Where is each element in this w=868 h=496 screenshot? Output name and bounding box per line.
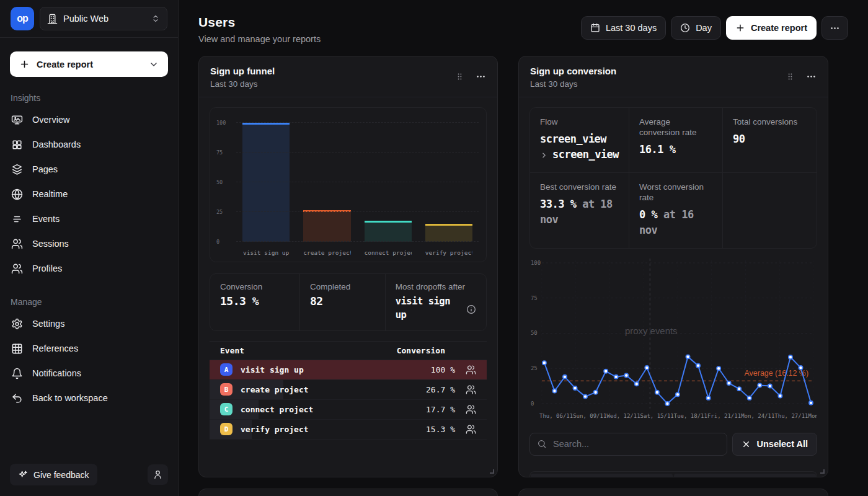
y-axis-tick: 25 bbox=[216, 209, 232, 215]
x-axis-tick: Thu, 06/11 bbox=[539, 413, 573, 419]
data-point[interactable] bbox=[676, 392, 680, 396]
data-point[interactable] bbox=[737, 387, 741, 391]
create-report-button-sidebar[interactable]: Create report bbox=[10, 51, 168, 77]
workspace-selector[interactable]: Public Web bbox=[40, 7, 167, 30]
data-point[interactable] bbox=[665, 402, 669, 405]
funnel-card-body: 0255075100 visit sign upcreate projectco… bbox=[199, 97, 497, 477]
event-conversion-value: 26.7 % bbox=[426, 385, 455, 394]
drag-handle-icon[interactable] bbox=[786, 72, 795, 81]
card-menu-icon[interactable] bbox=[476, 71, 486, 82]
funnel-bar[interactable] bbox=[303, 210, 350, 242]
funnel-bar-chart[interactable]: 0255075100 visit sign upcreate projectco… bbox=[210, 107, 487, 262]
conversion-card-body: Flow screen_view screen_view Average con… bbox=[519, 97, 828, 477]
flow-step-2: screen_view bbox=[552, 147, 619, 163]
gear-icon bbox=[11, 318, 23, 330]
data-point[interactable] bbox=[686, 355, 689, 358]
conversion-stats-grid: Flow screen_view screen_view Average con… bbox=[529, 107, 817, 249]
table-row[interactable]: C connect project 17.7 % bbox=[210, 400, 487, 420]
series-search-row: Unselect All bbox=[529, 433, 817, 456]
card-menu-icon[interactable] bbox=[806, 71, 817, 82]
drag-handle-icon[interactable] bbox=[455, 72, 464, 81]
table-row[interactable]: A visit sign up 100 % bbox=[210, 360, 487, 380]
sidebar-item-dashboards[interactable]: Dashboards bbox=[0, 132, 178, 157]
sidebar-item-pages[interactable]: Pages bbox=[0, 157, 178, 182]
stat-value: visit sign up bbox=[396, 294, 461, 322]
sparkles-icon bbox=[18, 470, 28, 480]
conversion-line-chart[interactable]: 0255075100proxy eventsAverage (16.12 %) … bbox=[529, 257, 817, 419]
sidebar-item-sessions[interactable]: Sessions bbox=[0, 231, 178, 256]
card-resize-handle[interactable] bbox=[490, 469, 494, 474]
funnel-x-axis-labels: visit sign upcreate projectconnect proje… bbox=[236, 249, 479, 256]
data-point[interactable] bbox=[624, 373, 628, 377]
user-avatar-button[interactable] bbox=[148, 464, 168, 485]
watermark-text: proxy events bbox=[625, 326, 678, 336]
users-icon[interactable] bbox=[466, 424, 476, 435]
data-point[interactable] bbox=[563, 374, 567, 378]
interval-button[interactable]: Day bbox=[671, 16, 721, 40]
data-point[interactable] bbox=[789, 355, 792, 359]
y-axis-tick: 50 bbox=[531, 330, 538, 336]
data-point[interactable] bbox=[604, 369, 608, 373]
data-point[interactable] bbox=[706, 396, 710, 399]
x-axis-tick: Sun, 09/11 bbox=[573, 413, 606, 419]
sidebar-item-settings[interactable]: Settings bbox=[0, 311, 178, 336]
data-point[interactable] bbox=[573, 386, 577, 390]
insights-section-label: Insights bbox=[0, 93, 178, 103]
data-point[interactable] bbox=[778, 394, 782, 397]
sidebar-item-profiles[interactable]: Profiles bbox=[0, 256, 178, 281]
table-row[interactable]: B create project 26.7 % bbox=[210, 380, 487, 400]
data-point[interactable] bbox=[594, 390, 598, 394]
data-point[interactable] bbox=[635, 382, 639, 386]
sidebar-item-events[interactable]: Events bbox=[0, 206, 178, 231]
building-icon bbox=[47, 14, 58, 24]
data-point[interactable] bbox=[799, 366, 802, 370]
bell-icon bbox=[11, 368, 23, 379]
sidebar-item-notifications[interactable]: Notifications bbox=[0, 361, 178, 386]
table-row[interactable]: D verify project 15.3 % bbox=[210, 420, 487, 440]
average-rate-stat: Average conversion rate 16.1 % bbox=[629, 108, 723, 173]
average-label: Average (16.12 %) bbox=[745, 369, 808, 378]
users-icon[interactable] bbox=[466, 384, 476, 395]
data-point[interactable] bbox=[696, 363, 700, 367]
data-point[interactable] bbox=[614, 374, 618, 378]
plus-icon bbox=[19, 59, 30, 69]
page-title: Users bbox=[198, 15, 321, 30]
data-point[interactable] bbox=[727, 381, 731, 385]
users-icon[interactable] bbox=[466, 404, 476, 415]
chevron-down-icon[interactable] bbox=[149, 60, 159, 69]
data-point[interactable] bbox=[542, 361, 546, 365]
funnel-bar[interactable] bbox=[242, 123, 290, 242]
sidebar-item-label: Profiles bbox=[32, 264, 62, 273]
main-area: Users View and manage your reports Last … bbox=[179, 0, 868, 496]
data-point[interactable] bbox=[552, 389, 556, 392]
funnel-bar[interactable] bbox=[425, 224, 472, 242]
funnel-bar[interactable] bbox=[365, 221, 412, 242]
funnel-stats-panel: Conversion 15.3 % Completed 82 Most drop… bbox=[210, 273, 487, 331]
gridline bbox=[236, 122, 479, 123]
data-point[interactable] bbox=[655, 390, 659, 394]
sidebar-item-references[interactable]: References bbox=[0, 336, 178, 361]
create-report-button-header[interactable]: Create report bbox=[726, 16, 817, 40]
more-options-button[interactable] bbox=[822, 16, 848, 40]
card-resize-handle[interactable] bbox=[820, 469, 825, 474]
users-icon[interactable] bbox=[466, 365, 476, 375]
give-feedback-button[interactable]: Give feedback bbox=[10, 464, 97, 485]
dropoffs-stat: Most dropoffs after visit sign up bbox=[386, 274, 486, 330]
line-chart-svg: 0255075100proxy eventsAverage (16.12 %) bbox=[529, 257, 817, 412]
stat-value: screen_view screen_view bbox=[540, 131, 619, 163]
search-input[interactable] bbox=[529, 433, 727, 456]
date-range-button[interactable]: Last 30 days bbox=[581, 16, 666, 40]
data-point[interactable] bbox=[583, 394, 587, 398]
sidebar-item-overview[interactable]: Overview bbox=[0, 107, 178, 132]
data-point[interactable] bbox=[717, 366, 720, 370]
sidebar-item-realtime[interactable]: Realtime bbox=[0, 182, 178, 206]
data-point[interactable] bbox=[645, 366, 649, 370]
event-label: connect project bbox=[241, 405, 313, 414]
data-point[interactable] bbox=[809, 401, 813, 404]
data-point[interactable] bbox=[748, 396, 751, 399]
unselect-all-button[interactable]: Unselect All bbox=[732, 433, 817, 456]
data-point[interactable] bbox=[768, 384, 772, 388]
info-icon[interactable] bbox=[466, 304, 476, 314]
sidebar-item-back-to-workspace[interactable]: Back to workspace bbox=[0, 386, 178, 410]
data-point[interactable] bbox=[758, 383, 761, 387]
